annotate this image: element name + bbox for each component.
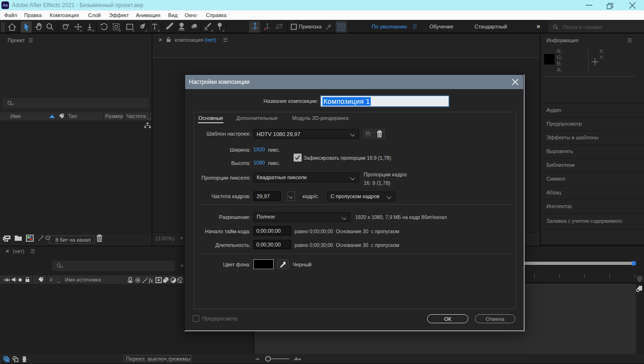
svg-text:fx: fx [149,277,153,284]
